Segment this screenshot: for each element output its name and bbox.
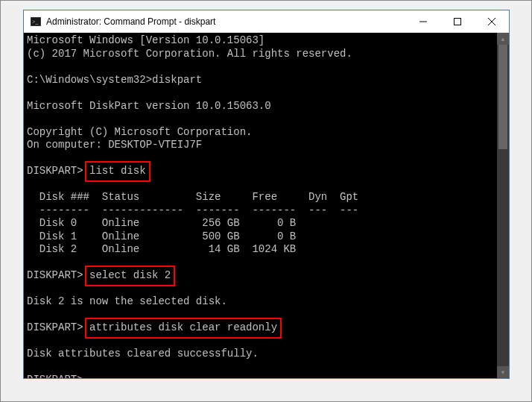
terminal-line: Microsoft Windows [Version 10.0.15063] <box>27 34 506 48</box>
terminal-line: DISKPART> attributes disk clear readonly <box>27 321 506 335</box>
terminal-line: Disk 2 Online 14 GB 1024 KB <box>27 243 506 257</box>
terminal-line <box>27 178 506 192</box>
window-title: Administrator: Command Prompt - diskpart <box>46 16 406 27</box>
close-button[interactable] <box>475 10 509 32</box>
scroll-thumb[interactable] <box>498 45 507 149</box>
svg-rect-3 <box>455 18 461 25</box>
terminal-line <box>27 113 506 126</box>
terminal-line <box>27 309 506 322</box>
terminal-line: On computer: DESKTOP-VTEIJ7F <box>27 139 506 152</box>
vertical-scrollbar[interactable]: ▲ ▼ <box>497 33 509 378</box>
terminal-line: (c) 2017 Microsoft Corporation. All righ… <box>27 48 506 61</box>
terminal-line: Disk ### Status Size Free Dyn Gpt <box>27 191 506 204</box>
titlebar[interactable]: >_ Administrator: Command Prompt - diskp… <box>24 10 509 33</box>
terminal-line <box>27 361 506 374</box>
terminal-line <box>27 257 506 270</box>
terminal-output[interactable]: Microsoft Windows [Version 10.0.15063](c… <box>24 33 509 378</box>
terminal-line <box>27 60 506 74</box>
command-prompt-window: >_ Administrator: Command Prompt - diskp… <box>23 10 510 379</box>
terminal-line: C:\Windows\system32>diskpart <box>27 74 506 87</box>
terminal-line: Microsoft DiskPart version 10.0.15063.0 <box>27 100 506 113</box>
terminal-line: DISKPART> <box>27 374 506 378</box>
terminal-line: DISKPART> list disk <box>27 165 506 178</box>
terminal-line <box>27 152 506 166</box>
minimize-button[interactable] <box>406 10 440 32</box>
terminal-line: DISKPART> select disk 2 <box>27 269 506 283</box>
scroll-up-button[interactable]: ▲ <box>497 33 509 45</box>
terminal-line: Disk attributes cleared successfully. <box>27 348 506 361</box>
svg-text:>_: >_ <box>32 19 39 25</box>
terminal-line <box>27 87 506 100</box>
scroll-down-button[interactable]: ▼ <box>497 366 509 378</box>
app-icon: >_ <box>30 16 42 28</box>
terminal-line: -------- ------------- ------- ------- -… <box>27 204 506 218</box>
terminal-line: Disk 1 Online 500 GB 0 B <box>27 230 506 244</box>
terminal-line: Copyright (C) Microsoft Corporation. <box>27 126 506 139</box>
window-controls <box>406 10 509 32</box>
terminal-line <box>27 335 506 348</box>
terminal-line: Disk 0 Online 256 GB 0 B <box>27 217 506 230</box>
terminal-line: Disk 2 is now the selected disk. <box>27 295 506 309</box>
terminal-line <box>27 283 506 296</box>
maximize-button[interactable] <box>440 10 475 32</box>
